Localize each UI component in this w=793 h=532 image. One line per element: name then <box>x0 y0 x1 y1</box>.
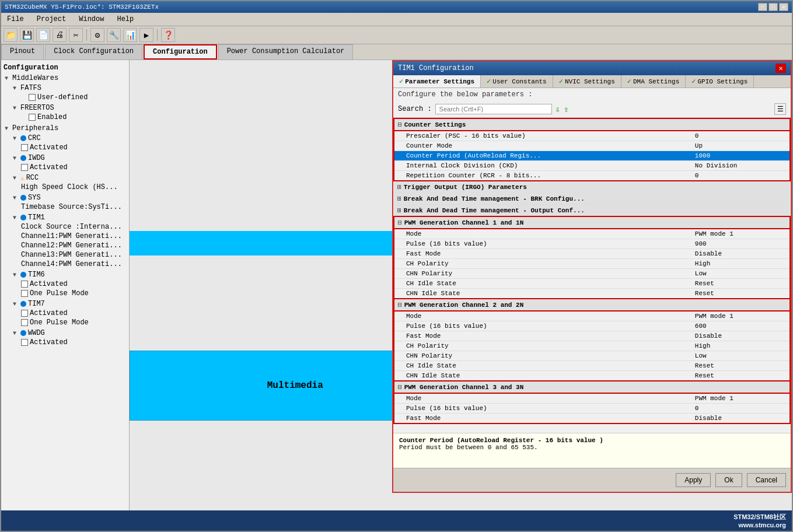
tim1-clock-label[interactable]: Clock Source :Interna... <box>20 222 127 232</box>
pwm-ch2-pulse-value[interactable]: 600 <box>691 321 790 331</box>
toolbar-btn-8[interactable]: 📊 <box>123 28 137 42</box>
pwm-ch3-fast-value[interactable]: Disable <box>691 414 790 424</box>
tab-configuration[interactable]: Configuration <box>144 44 217 60</box>
sys-label[interactable]: ▼ SYS <box>12 193 127 202</box>
maximize-button[interactable]: □ <box>768 3 778 11</box>
tim7-opm-label[interactable]: One Pulse Mode <box>20 318 127 327</box>
menu-project[interactable]: Project <box>33 14 69 24</box>
menu-window[interactable]: Window <box>75 14 107 24</box>
iwdg-activated-label[interactable]: Activated <box>20 163 127 172</box>
tab-parameter-settings[interactable]: ✓ Parameter Settings <box>393 75 481 88</box>
tim1-ch3-label[interactable]: Channel3:PWM Generati... <box>20 250 127 260</box>
tab-dma-settings[interactable]: ✓ DMA Settings <box>621 75 686 88</box>
tim1-ch1-label[interactable]: Channel1:PWM Generati... <box>20 232 127 241</box>
freertos-enabled-checkbox[interactable] <box>29 114 36 121</box>
toolbar-btn-6[interactable]: ⚙ <box>90 28 104 42</box>
menu-help[interactable]: Help <box>113 14 137 24</box>
pwm-ch1-mode-value[interactable]: PWM mode 1 <box>691 229 790 239</box>
tim6-opm-checkbox[interactable] <box>21 290 28 297</box>
tim7-activated-checkbox[interactable] <box>21 310 28 317</box>
freertos-enabled-label[interactable]: Enabled <box>20 113 127 122</box>
toolbar-btn-10[interactable]: ❓ <box>161 28 175 42</box>
pwm-ch1-chnidle-value[interactable]: Reset <box>691 289 790 299</box>
grid-view-btn[interactable]: ☰ <box>774 103 786 115</box>
iwdg-activated-checkbox[interactable] <box>21 164 28 171</box>
tab-nvic-settings[interactable]: ✓ NVIC Settings <box>553 75 621 88</box>
minimize-button[interactable]: — <box>758 3 767 11</box>
tab-user-constants[interactable]: ✓ User Constants <box>481 75 553 88</box>
search-next-btn[interactable]: ⇩ <box>556 104 560 114</box>
toolbar-btn-9[interactable]: ▶ <box>139 28 153 42</box>
pwm-ch3-pulse-value[interactable]: 0 <box>691 404 790 414</box>
pwm-ch3-mode-value[interactable]: PWM mode 1 <box>691 393 790 404</box>
dialog-close-button[interactable]: ✕ <box>775 64 786 73</box>
section-trigger[interactable]: ⊞Trigger Output (IRGO) Parameters <box>394 181 790 193</box>
search-input[interactable] <box>435 104 552 114</box>
tim1-ch4-label[interactable]: Channel4:PWM Generati... <box>20 260 127 269</box>
section-break-output[interactable]: ⊞Break And Dead Time management - Output… <box>394 205 790 217</box>
param-counter-period-value[interactable]: 1000 <box>691 151 790 161</box>
toolbar-btn-5[interactable]: ✂ <box>69 28 83 42</box>
tim1-ch2-label[interactable]: Channel2:PWM Generati... <box>20 241 127 250</box>
toolbar-btn-1[interactable]: 📁 <box>4 28 18 42</box>
section-pwm-ch3[interactable]: ⊟PWM Generation Channel 3 and 3N <box>394 381 790 393</box>
pwm-ch2-fast-value[interactable]: Disable <box>691 331 790 341</box>
user-defined-label[interactable]: User-defined <box>20 93 127 102</box>
wwdg-activated-checkbox[interactable] <box>21 339 28 346</box>
sys-timebase-label[interactable]: Timebase Source:SysTi... <box>20 202 127 212</box>
apply-button[interactable]: Apply <box>676 473 711 487</box>
pwm-ch2-chnpol-value[interactable]: Low <box>691 351 790 361</box>
section-pwm-ch2[interactable]: ⊟PWM Generation Channel 2 and 2N <box>394 299 790 311</box>
iwdg-label[interactable]: ▼ IWDG <box>12 153 127 163</box>
rcc-hse-label[interactable]: High Speed Clock (HS... <box>20 183 127 192</box>
menu-file[interactable]: File <box>4 14 27 24</box>
toolbar-btn-7[interactable]: 🔧 <box>107 28 121 42</box>
param-rcr-value[interactable]: 0 <box>691 171 790 181</box>
pwm-ch1-chpol-value[interactable]: High <box>691 259 790 269</box>
pwm-ch1-chidle-value[interactable]: Reset <box>691 279 790 289</box>
search-prev-btn[interactable]: ⇧ <box>564 104 568 114</box>
param-prescaler-value[interactable]: 0 <box>691 131 790 141</box>
pwm-ch1-pulse-value[interactable]: 900 <box>691 239 790 249</box>
tim6-activated-label[interactable]: Activated <box>20 279 127 289</box>
ok-button[interactable]: Ok <box>715 473 742 487</box>
tree-middlewares-label[interactable]: ▼ MiddleWares <box>4 74 127 83</box>
pwm-ch1-fast-value[interactable]: Disable <box>691 249 790 259</box>
section-counter-settings[interactable]: ⊟Counter Settings <box>394 118 790 131</box>
fatfs-label[interactable]: ▼ FATFS <box>12 83 127 93</box>
param-ckd-value[interactable]: No Division <box>691 161 790 171</box>
wwdg-activated-label[interactable]: Activated <box>20 338 127 347</box>
tim7-activated-label[interactable]: Activated <box>20 309 127 318</box>
tim6-opm-label[interactable]: One Pulse Mode <box>20 289 127 298</box>
toolbar-btn-3[interactable]: 📄 <box>36 28 50 42</box>
toolbar-btn-4[interactable]: 🖨 <box>53 28 67 42</box>
pwm-ch2-chpol-value[interactable]: High <box>691 341 790 351</box>
section-break-brk[interactable]: ⊞Break And Dead Time management - BRK Co… <box>394 193 790 205</box>
pwm-ch2-chnidle-value[interactable]: Reset <box>691 371 790 382</box>
tim6-activated-checkbox[interactable] <box>21 281 28 288</box>
pwm-ch2-chidle-value[interactable]: Reset <box>691 361 790 371</box>
tim6-label[interactable]: ▼ TIM6 <box>12 270 127 279</box>
pwm-ch1-chnpol-value[interactable]: Low <box>691 269 790 279</box>
cancel-button[interactable]: Cancel <box>747 473 786 487</box>
tim7-label[interactable]: ▼ TIM7 <box>12 299 127 309</box>
rcc-label[interactable]: ▼ ⚠ RCC <box>12 173 127 183</box>
wwdg-label[interactable]: ▼ WWDG <box>12 328 127 338</box>
param-counter-mode-value[interactable]: Up <box>691 141 790 151</box>
tab-power[interactable]: Power Consumption Calculator <box>218 44 354 60</box>
freertos-label[interactable]: ▼ FREERTOS <box>12 103 127 113</box>
tim7-opm-checkbox[interactable] <box>21 319 28 326</box>
tim1-label[interactable]: ▼ TIM1 <box>12 213 127 222</box>
crc-activated-label[interactable]: Activated <box>20 143 127 152</box>
close-button[interactable]: ✕ <box>779 3 788 11</box>
toolbar-btn-2[interactable]: 💾 <box>20 28 34 42</box>
tab-pinout[interactable]: Pinout <box>1 44 44 60</box>
tree-peripherals-label[interactable]: ▼ Peripherals <box>4 124 127 133</box>
pwm-ch2-mode-value[interactable]: PWM mode 1 <box>691 311 790 321</box>
crc-label[interactable]: ▼ CRC <box>12 134 127 143</box>
section-pwm-ch1[interactable]: ⊟PWM Generation Channel 1 and 1N <box>394 216 790 229</box>
user-defined-checkbox[interactable] <box>29 94 36 101</box>
tab-clock[interactable]: Clock Configuration <box>45 44 142 60</box>
tab-gpio-settings[interactable]: ✓ GPIO Settings <box>686 75 754 88</box>
crc-activated-checkbox[interactable] <box>21 144 28 151</box>
